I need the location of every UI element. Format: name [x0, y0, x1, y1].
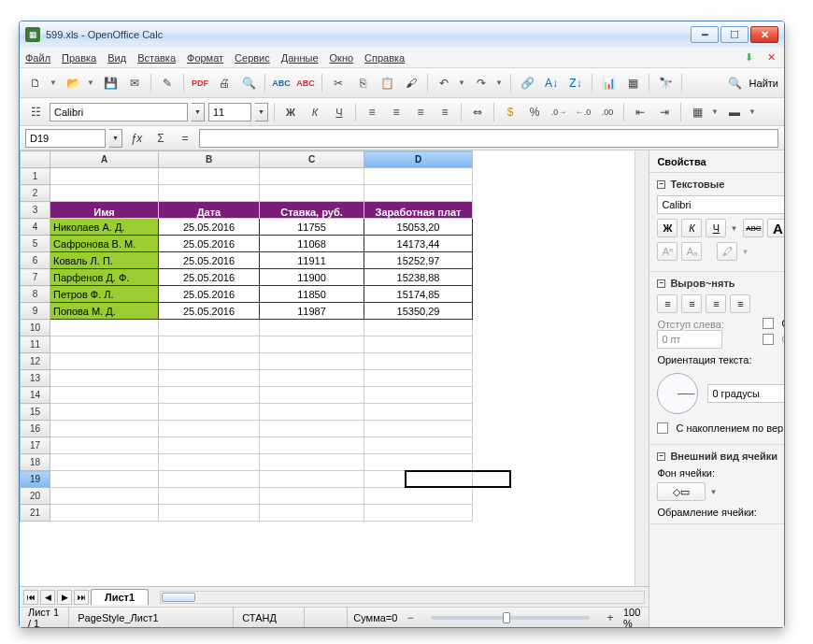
cell[interactable] — [159, 353, 260, 370]
indent-dec-icon[interactable]: ⇤ — [630, 102, 650, 122]
cell-name[interactable]: Петров Ф. Л. — [50, 286, 159, 303]
cell-date[interactable]: 25.05.2016 — [159, 269, 260, 286]
cell[interactable] — [50, 404, 159, 421]
underline-button[interactable]: Ч — [329, 102, 349, 122]
sp-sup-icon[interactable]: Aᵃ — [657, 242, 678, 261]
currency-icon[interactable]: $ — [500, 102, 521, 122]
row-header-17[interactable]: 17 — [21, 437, 50, 454]
col-header-B[interactable]: B — [159, 151, 260, 168]
borders-icon[interactable]: ▦ — [687, 102, 707, 122]
sp-underline-button[interactable]: Ч — [706, 219, 726, 237]
sec-appearance[interactable]: Внешний вид ячейки — [670, 451, 777, 462]
cell[interactable] — [260, 421, 364, 437]
open-icon[interactable]: 📂 — [63, 73, 83, 93]
sum-icon[interactable]: Σ — [150, 128, 171, 149]
preview-icon[interactable]: 🔍 — [238, 73, 259, 93]
chart-icon[interactable]: 📊 — [598, 73, 619, 93]
tab-prev-icon[interactable]: ◀ — [40, 590, 55, 605]
cell-date[interactable]: 25.05.2016 — [159, 219, 260, 236]
row-header-2[interactable]: 2 — [21, 185, 50, 202]
row-header-20[interactable]: 20 — [21, 488, 50, 505]
status-mode[interactable]: СТАНД — [239, 608, 305, 627]
bold-button[interactable]: Ж — [280, 102, 301, 122]
cell-name[interactable]: Коваль Л. П. — [50, 252, 159, 269]
sp-al-right-icon[interactable]: ≡ — [706, 294, 726, 313]
email-icon[interactable]: ✉ — [124, 73, 145, 93]
zoom-in-icon[interactable]: + — [603, 608, 618, 628]
stack-checkbox[interactable]: С накоплением по вер — [657, 422, 784, 434]
cell[interactable] — [364, 471, 473, 488]
cell[interactable] — [260, 370, 364, 387]
find-icon1[interactable]: 🔭 — [655, 73, 676, 93]
menu-format[interactable]: Формат — [187, 52, 223, 64]
eq-icon[interactable]: = — [175, 128, 195, 149]
dec-rem-icon[interactable]: ←.0 — [573, 102, 593, 122]
cell-salary[interactable]: 15053,20 — [364, 219, 473, 236]
align-center-icon[interactable]: ≡ — [386, 102, 406, 122]
status-sum[interactable]: Сумма=0 — [353, 612, 397, 623]
sp-italic-button[interactable]: К — [681, 219, 702, 237]
cell-rate[interactable]: 11850 — [260, 286, 364, 303]
cell[interactable] — [159, 454, 260, 471]
cell[interactable] — [159, 370, 260, 387]
cell-date[interactable]: 25.05.2016 — [159, 286, 260, 303]
dec-add-icon[interactable]: .0→ — [549, 102, 569, 122]
cell[interactable] — [260, 353, 364, 370]
sp-bold-button[interactable]: Ж — [657, 219, 678, 237]
close-doc-icon[interactable]: ✕ — [763, 50, 778, 65]
row-header-7[interactable]: 7 — [21, 269, 50, 286]
size-dd[interactable]: ▼ — [255, 103, 268, 122]
cell[interactable] — [364, 320, 473, 336]
cell[interactable] — [260, 320, 364, 336]
cell[interactable] — [159, 437, 260, 454]
cell-salary[interactable]: 15238,88 — [364, 269, 473, 286]
font-dd[interactable]: ▼ — [192, 103, 205, 122]
cell[interactable] — [260, 437, 364, 454]
sp-sub-icon[interactable]: Aₐ — [681, 242, 702, 261]
menu-window[interactable]: Окно — [330, 52, 354, 64]
wrap-checkbox[interactable]: Обтекание тек — [763, 318, 784, 329]
minimize-button[interactable]: ━ — [691, 26, 719, 43]
row-header-8[interactable]: 8 — [21, 286, 50, 303]
cell-rate[interactable]: 11987 — [260, 303, 364, 320]
fx-icon[interactable]: ƒx — [126, 128, 147, 149]
cell[interactable] — [50, 471, 159, 488]
cell-date[interactable]: 25.05.2016 — [159, 303, 260, 320]
spellcheck-icon[interactable]: ABC — [271, 73, 292, 93]
row-header-12[interactable]: 12 — [21, 353, 50, 370]
link-icon[interactable]: 🔗 — [517, 73, 537, 93]
cell-salary[interactable]: 15252,97 — [364, 252, 473, 269]
font-name[interactable]: Calibri — [54, 107, 83, 118]
cell[interactable] — [50, 387, 159, 404]
sp-bigA-button[interactable]: A — [767, 219, 784, 237]
zoom-slider[interactable] — [431, 616, 590, 620]
row-header-21[interactable]: 21 — [21, 505, 50, 522]
italic-button[interactable]: К — [305, 102, 325, 122]
cell[interactable] — [364, 421, 473, 437]
autospell-icon[interactable]: ABC — [295, 73, 316, 93]
redo-icon[interactable]: ↷ — [471, 73, 492, 93]
undo-icon[interactable]: ↶ — [434, 73, 454, 93]
cell-name[interactable]: Парфенов Д. Ф. — [50, 269, 159, 286]
titlebar[interactable]: ▦ 599.xls - OpenOffice Calc ━ ☐ ✕ — [20, 21, 784, 48]
cell[interactable] — [260, 471, 364, 488]
cell[interactable] — [260, 168, 364, 185]
cell[interactable] — [364, 404, 473, 421]
row-header-4[interactable]: 4 — [21, 219, 50, 236]
download-icon[interactable]: ⬇ — [741, 50, 756, 65]
cell[interactable] — [159, 471, 260, 488]
num-std-icon[interactable]: .00 — [597, 102, 618, 122]
align-justify-icon[interactable]: ≡ — [435, 102, 455, 122]
menu-file[interactable]: Файл — [25, 52, 50, 64]
cell-date[interactable]: 25.05.2016 — [159, 252, 260, 269]
cell[interactable] — [364, 185, 473, 202]
cell[interactable] — [159, 168, 260, 185]
merge-icon[interactable]: ⇔ — [467, 102, 488, 122]
cell-salary[interactable]: 15174,85 — [364, 286, 473, 303]
cell[interactable] — [159, 336, 260, 353]
menu-data[interactable]: Данные — [281, 52, 319, 64]
table-header-cell[interactable]: Заработная плат — [364, 202, 473, 219]
cell[interactable] — [364, 387, 473, 404]
table-header-cell[interactable]: Дата — [159, 202, 260, 219]
rotation-wheel[interactable] — [657, 373, 698, 414]
